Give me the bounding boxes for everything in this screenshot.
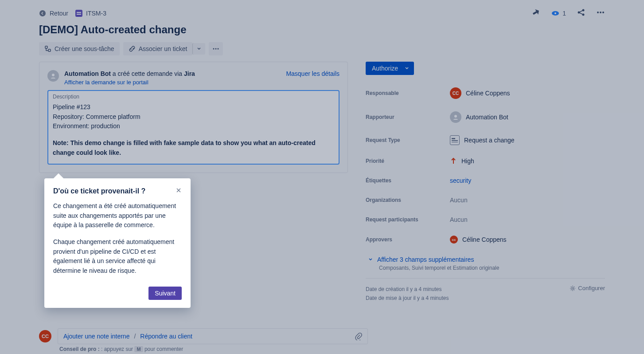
svg-rect-10: [48, 49, 51, 51]
organizations-value[interactable]: Aucun: [450, 197, 468, 204]
gear-icon: [570, 285, 576, 291]
popover-next-button[interactable]: Suivant: [148, 287, 182, 300]
bot-avatar-icon: [450, 111, 461, 123]
svg-point-2: [554, 12, 556, 14]
field-etiquettes: Étiquettes security: [366, 177, 605, 184]
current-user-avatar: CC: [39, 330, 51, 342]
chevron-down-icon: [404, 66, 410, 71]
link-icon: [129, 45, 136, 52]
subtask-icon: [44, 45, 51, 52]
back-label: Retour: [50, 10, 68, 17]
show-more-label: Afficher 3 champs supplémentaires: [377, 256, 474, 263]
description-body: Pipeline #123 Repository: Commerce platf…: [53, 102, 333, 157]
show-more-fields[interactable]: Afficher 3 champs supplémentaires: [367, 256, 605, 263]
field-approvers: Approvers cc Céline Coppens: [366, 236, 605, 244]
status-label: Authorize: [372, 65, 398, 72]
svg-point-11: [213, 48, 215, 50]
pro-tip: Conseil de pro : : appuyez sur M pour co…: [59, 346, 183, 352]
watch-count-label: 1: [562, 10, 566, 17]
svg-point-5: [582, 14, 585, 16]
rapporteur-value: Automation Bot: [466, 114, 508, 121]
svg-point-12: [215, 48, 217, 50]
breadcrumb: Retour ITSM-3: [39, 10, 106, 17]
responsable-value: Céline Coppens: [466, 90, 510, 97]
svg-rect-9: [45, 46, 47, 48]
svg-point-7: [600, 12, 601, 13]
popover-paragraph-1: Ce changement a été créé automatiquement…: [53, 201, 182, 230]
close-icon: [176, 187, 182, 193]
watch-button[interactable]: 1: [551, 9, 566, 18]
field-request-type: Request Type Request a change: [366, 135, 605, 145]
link-ticket-button[interactable]: Associer un ticket: [123, 42, 193, 55]
create-subtask-label: Créer une sous-tâche: [55, 45, 114, 52]
page-title: [DEMO] Auto-created change: [39, 24, 605, 36]
svg-point-4: [582, 9, 585, 12]
reply-to-customer-link[interactable]: Répondre au client: [140, 333, 192, 340]
configure-link[interactable]: Configurer: [570, 285, 605, 291]
approvers-value: Céline Coppens: [462, 236, 507, 243]
field-responsable: Responsable CC Céline Coppens: [366, 87, 605, 99]
create-subtask-button[interactable]: Créer une sous-tâche: [39, 42, 120, 55]
field-rapporteur: Rapporteur Automation Bot: [366, 111, 605, 123]
svg-point-16: [572, 287, 574, 289]
user-avatar: CC: [450, 87, 461, 99]
popover-close-button[interactable]: [176, 187, 182, 195]
priority-value: High: [461, 157, 474, 165]
eye-icon: [551, 9, 560, 18]
link-ticket-label: Associer un ticket: [139, 45, 187, 52]
portal-link[interactable]: Afficher la demande sur le portail: [64, 79, 148, 86]
issue-key-label: ITSM-3: [86, 10, 106, 17]
bot-avatar: [47, 70, 59, 82]
comment-input[interactable]: Ajouter une note interne / Répondre au c…: [58, 328, 368, 344]
svg-point-6: [597, 12, 599, 13]
popover-title: D'où ce ticket provenait-il ?: [53, 187, 145, 195]
field-organizations: Organizations Aucun: [366, 197, 605, 204]
approver-avatar: cc: [450, 236, 458, 244]
feedback-icon[interactable]: [531, 8, 540, 18]
request-type-icon: [450, 135, 460, 145]
issue-key-link[interactable]: ITSM-3: [75, 10, 106, 17]
hide-details-link[interactable]: Masquer les détails: [286, 70, 340, 77]
attach-icon[interactable]: [354, 332, 362, 340]
more-actions-icon[interactable]: [596, 8, 605, 18]
field-participants: Request participants Aucun: [366, 216, 605, 223]
field-priority: Priorité High: [366, 157, 605, 165]
participants-value[interactable]: Aucun: [450, 216, 468, 223]
share-icon[interactable]: [577, 8, 585, 18]
created-date: Date de création il y a 4 minutes: [366, 285, 449, 294]
show-more-sublabel: Composants, Suivi temporel et Estimation…: [379, 265, 605, 271]
priority-high-icon: [450, 157, 457, 165]
chevron-down-icon: [367, 256, 374, 263]
add-internal-note-link[interactable]: Ajouter une note interne: [63, 333, 129, 340]
tag-link[interactable]: security: [450, 177, 471, 184]
status-button[interactable]: Authorize: [366, 62, 414, 75]
svg-point-3: [578, 12, 580, 14]
back-link[interactable]: Retour: [39, 10, 68, 17]
description-label: Description: [53, 94, 333, 100]
dots-icon: [212, 45, 219, 52]
request-type-value: Request a change: [464, 137, 515, 144]
back-icon: [39, 10, 46, 17]
request-panel: Automation Bot a créé cette demande via …: [39, 62, 348, 173]
svg-point-13: [218, 48, 219, 50]
popover-paragraph-2: Chaque changement créé automatiquement p…: [53, 237, 182, 276]
configure-label: Configurer: [578, 285, 605, 291]
chevron-down-icon: [196, 46, 202, 51]
svg-point-14: [52, 74, 55, 76]
svg-point-15: [454, 115, 457, 118]
more-toolbar-button[interactable]: [209, 42, 223, 55]
onboarding-popover: D'où ce ticket provenait-il ? Ce changem…: [44, 178, 191, 308]
svg-point-0: [39, 10, 46, 16]
svg-point-8: [602, 12, 604, 13]
description-editor[interactable]: Description Pipeline #123 Repository: Co…: [47, 90, 340, 165]
issue-type-icon: [75, 10, 82, 17]
link-ticket-dropdown[interactable]: [192, 43, 205, 55]
created-by-text: Automation Bot a créé cette demande via …: [64, 70, 195, 77]
updated-date: Date de mise à jour il y a 4 minutes: [366, 294, 449, 303]
